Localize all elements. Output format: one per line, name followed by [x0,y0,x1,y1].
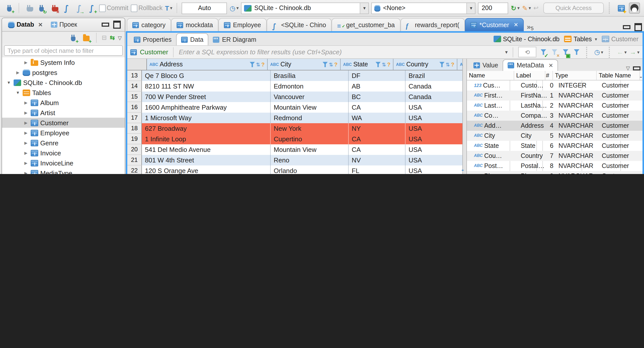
row-number[interactable]: 14 [127,81,142,92]
meta-type[interactable]: NVARCHAR [556,161,600,171]
tree-item[interactable]: InvoiceLine [2,158,125,168]
tree-item[interactable]: Customer [2,118,125,128]
cell-city[interactable]: Vancouver [271,92,349,102]
table-row[interactable]: 14 8210 111 ST NW Edmonton AB Canada T6 [127,81,462,92]
autocommit-select[interactable]: Auto [182,2,227,14]
tree-item[interactable]: Album [2,98,125,108]
metadata-row[interactable]: Co… Compa… 3 NVARCHAR Customer 2,147,483 [467,111,642,121]
meta-table-name[interactable]: Customer [600,161,642,171]
collapse-all-icon[interactable]: ⊟ [102,34,107,41]
new-connection-button[interactable]: + [4,3,14,13]
tab-overflow-button[interactable]: »5 [527,23,534,31]
meta-label[interactable]: City [519,131,549,141]
save-filter-button[interactable]: ▣ [561,48,570,56]
editor-tab[interactable]: get_customer_ba ✕ [332,18,400,31]
sync-connection-button[interactable]: ↻ [511,4,520,12]
filter-expression-input[interactable]: Enter a SQL expression to filter results… [179,48,502,56]
cell-state[interactable]: AB [349,81,406,92]
meta-label[interactable]: Custo… [519,80,549,91]
meta-table-name[interactable]: Customer [600,141,642,151]
meta-ordinal[interactable]: 3 [549,111,556,121]
new-sql-editor-button[interactable]: ∫ [61,3,71,13]
column-name[interactable]: Name [467,71,514,80]
expand-arrow-icon[interactable] [23,100,29,105]
cell-address[interactable]: 801 W 4th Street [142,155,271,165]
meta-ordinal[interactable]: 9 [549,171,556,174]
sort-icon[interactable]: ⇅ [382,62,386,67]
table-row[interactable]: 15 700 W Pender Street Vancouver BC Cana… [127,92,462,102]
cell-country[interactable]: Canada [406,81,462,92]
cell-city[interactable]: Mountain View [271,144,349,155]
cell-address[interactable]: Qe 7 Bloco G [142,70,271,81]
cell-address[interactable]: 627 Broadway [142,123,271,134]
transaction-log-button[interactable]: ◷ [230,4,239,12]
sort-icon[interactable]: ⇅ [256,62,260,67]
tree-item[interactable]: Artist [2,108,125,118]
cell-country[interactable]: USA [406,134,462,144]
cell-state[interactable]: CA [349,102,406,113]
metadata-row[interactable]: Add… Address 4 NVARCHAR Customer 2,147,4… [467,121,642,131]
cell-state[interactable]: CA [349,144,406,155]
row-number[interactable]: 17 [127,113,142,123]
fetch-next-button[interactable]: → [630,48,639,56]
filter-history-arrow-icon[interactable]: ▾ [505,49,508,55]
connect-button[interactable] [24,3,34,13]
cell-country[interactable]: USA [406,123,462,134]
disconnect-button[interactable]: × [49,3,59,13]
table-row[interactable]: 21 801 W 4th Street Reno NV USA 89 [127,155,462,165]
table-row[interactable]: 17 1 Microsoft Way Redmond WA USA 98 [127,113,462,123]
close-icon[interactable]: ✕ [549,62,553,69]
close-icon[interactable]: ✕ [38,21,43,28]
cell-country[interactable]: USA [406,102,462,113]
meta-name[interactable]: First… [467,91,519,101]
cell-state[interactable]: WA [349,113,406,123]
expand-arrow-icon[interactable] [23,171,29,174]
meta-label[interactable]: Compa… [519,111,549,121]
meta-name[interactable]: Post… [467,161,519,171]
expand-arrow-icon[interactable] [23,151,29,155]
row-number[interactable]: 19 [127,134,142,144]
metadata-row[interactable]: State State 6 NVARCHAR Customer 2,147,48… [467,141,642,151]
link-editor-icon[interactable]: ⇆ [110,34,115,41]
meta-ordinal[interactable]: 8 [549,161,556,171]
metadata-row[interactable]: Last… LastNa… 2 NVARCHAR Customer 2,147,… [467,101,642,111]
filter-icon[interactable] [439,62,445,67]
column-max-length[interactable]: Max L [640,71,644,80]
view-menu-icon[interactable]: ▽ [118,35,122,40]
editor-tab[interactable]: <SQLite - Chino ✕ [267,18,332,31]
cell-city[interactable]: Brasília [271,70,349,81]
metadata-row[interactable]: Cus… Custo… 0 INTEGER Customer 2,147,483 [467,80,642,91]
table-row[interactable]: 19 1 Infinite Loop Cupertino CA USA 95 [127,134,462,144]
meta-ordinal[interactable]: 1 [549,91,556,101]
meta-table-name[interactable]: Customer [600,151,642,161]
meta-table-name[interactable]: Customer [600,121,642,131]
metadata-row[interactable]: City City 5 NVARCHAR Customer 2,147,483 [467,131,642,141]
cell-address[interactable]: 120 S Orange Ave [142,165,271,174]
meta-label[interactable]: Address [519,121,549,131]
column-header-partial[interactable] [457,59,462,70]
tree-item[interactable]: postgres [2,67,125,77]
commit-button[interactable]: Commit [99,4,128,12]
fetch-prev-button[interactable]: ← [617,48,627,56]
tree-item[interactable]: System Info [2,57,125,67]
filter-icon[interactable] [322,62,328,67]
cell-country[interactable]: Brazil [406,70,462,81]
quick-access-input[interactable]: Quick Access [543,3,604,14]
column-header-address[interactable]: Address ⇅? [147,59,268,70]
cell-state[interactable]: NV [349,155,406,165]
cell-address[interactable]: 1600 Amphitheatre Parkway [142,102,271,113]
meta-label[interactable]: State [519,141,549,151]
meta-name[interactable]: Cou… [467,151,519,161]
cell-city[interactable]: Edmonton [271,81,349,92]
view-menu-icon[interactable]: ▽ [626,65,630,71]
row-number[interactable]: 15 [127,92,142,102]
meta-label[interactable]: FirstNa… [519,91,549,101]
sort-icon[interactable]: ⇅ [329,62,333,67]
meta-type[interactable]: NVARCHAR [556,101,600,111]
cell-city[interactable]: New York [271,123,349,134]
tab-database-navigator[interactable]: Datab✕ [4,19,47,30]
custom-filter-button[interactable] [573,48,581,56]
row-number[interactable]: 18 [127,123,142,134]
apply-filter-button[interactable]: ✓ [539,48,547,56]
meta-type[interactable]: NVARCHAR [556,131,600,141]
